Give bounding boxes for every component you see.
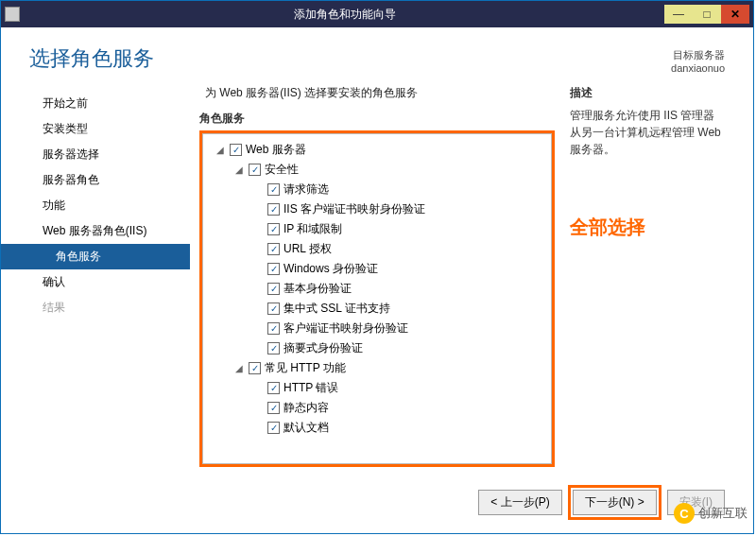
node-label: 客户端证书映射身份验证 <box>284 320 408 337</box>
node-label: Web 服务器 <box>246 142 306 158</box>
target-server-label: 目标服务器 <box>671 48 725 61</box>
tree-node[interactable]: HTTP 错误 <box>207 378 547 398</box>
node-label: 请求筛选 <box>284 182 329 198</box>
node-label: 默认文档 <box>284 420 329 436</box>
tree-node[interactable]: 客户端证书映射身份验证 <box>207 319 547 338</box>
tree-node[interactable]: 默认文档 <box>207 418 547 438</box>
target-server-name: danxiaonuo <box>671 61 725 75</box>
tree-node[interactable]: ◢常见 HTTP 功能 <box>207 358 547 378</box>
expander-icon[interactable]: ◢ <box>233 363 245 373</box>
checkbox[interactable] <box>267 263 280 275</box>
sidebar-item-role-services[interactable]: 角色服务 <box>1 244 190 269</box>
checkbox[interactable] <box>267 223 280 235</box>
window-title: 添加角色和功能向导 <box>26 7 664 23</box>
node-label: URL 授权 <box>284 241 332 257</box>
sidebar: 开始之前 安装类型 服务器选择 服务器角色 功能 Web 服务器角色(IIS) … <box>1 85 190 467</box>
tree-node[interactable]: 静态内容 <box>207 398 547 418</box>
description-label: 描述 <box>570 85 725 101</box>
tree-label: 角色服务 <box>199 111 555 127</box>
app-icon <box>5 7 20 22</box>
highlight-annotation-box: ◢Web 服务器◢安全性请求筛选IIS 客户端证书映射身份验证IP 和域限制UR… <box>199 130 555 467</box>
sidebar-item-installation-type[interactable]: 安装类型 <box>1 116 190 142</box>
expander-icon[interactable]: ◢ <box>233 164 245 175</box>
watermark-text: 创新互联 <box>698 505 747 522</box>
watermark-icon: C <box>674 503 695 524</box>
description-text: 管理服务允许使用 IIS 管理器从另一台计算机远程管理 Web 服务器。 <box>570 107 725 158</box>
node-label: 安全性 <box>265 162 299 178</box>
node-label: Windows 身份验证 <box>284 261 378 277</box>
page-title: 选择角色服务 <box>29 44 154 73</box>
tree-node[interactable]: ◢安全性 <box>207 160 547 180</box>
role-services-tree[interactable]: ◢Web 服务器◢安全性请求筛选IIS 客户端证书映射身份验证IP 和域限制UR… <box>202 133 552 464</box>
tree-node[interactable]: Windows 身份验证 <box>207 259 547 279</box>
sidebar-item-results: 结果 <box>1 295 190 320</box>
checkbox[interactable] <box>267 203 280 216</box>
tree-node[interactable]: IIS 客户端证书映射身份验证 <box>207 199 547 219</box>
node-label: IIS 客户端证书映射身份验证 <box>284 201 425 217</box>
instructions-text: 为 Web 服务器(IIS) 选择要安装的角色服务 <box>199 85 555 101</box>
checkbox[interactable] <box>267 382 280 394</box>
previous-button[interactable]: < 上一步(P) <box>478 490 561 515</box>
annotation-select-all: 全部选择 <box>570 215 725 240</box>
expander-icon[interactable]: ◢ <box>215 145 226 155</box>
node-label: HTTP 错误 <box>284 380 338 396</box>
node-label: 常见 HTTP 功能 <box>265 360 346 376</box>
checkbox[interactable] <box>267 402 280 414</box>
next-button-highlight: 下一步(N) > <box>568 485 662 520</box>
description-panel: 描述 管理服务允许使用 IIS 管理器从另一台计算机远程管理 Web 服务器。 … <box>555 85 725 467</box>
checkbox[interactable] <box>267 183 280 196</box>
checkbox[interactable] <box>267 283 280 295</box>
sidebar-item-server-roles[interactable]: 服务器角色 <box>1 167 190 193</box>
tree-node[interactable]: ◢Web 服务器 <box>207 140 547 160</box>
checkbox[interactable] <box>267 422 280 434</box>
sidebar-item-confirmation[interactable]: 确认 <box>1 269 190 295</box>
next-button[interactable]: 下一步(N) > <box>573 490 657 515</box>
server-info: 目标服务器 danxiaonuo <box>671 48 725 76</box>
node-label: IP 和域限制 <box>284 221 342 237</box>
tree-node[interactable]: URL 授权 <box>207 239 547 259</box>
tree-node[interactable]: 请求筛选 <box>207 180 547 199</box>
checkbox[interactable] <box>267 342 280 354</box>
checkbox[interactable] <box>230 144 242 156</box>
checkbox[interactable] <box>267 303 280 315</box>
node-label: 摘要式身份验证 <box>284 340 363 356</box>
tree-node[interactable]: 摘要式身份验证 <box>207 338 547 358</box>
sidebar-item-server-selection[interactable]: 服务器选择 <box>1 142 190 167</box>
checkbox[interactable] <box>267 322 280 335</box>
sidebar-item-web-server-iis[interactable]: Web 服务器角色(IIS) <box>1 218 190 244</box>
checkbox[interactable] <box>249 362 261 374</box>
close-button[interactable]: ✕ <box>721 5 749 24</box>
minimize-button[interactable]: — <box>664 5 693 24</box>
tree-node[interactable]: 基本身份验证 <box>207 279 547 299</box>
watermark: C 创新互联 <box>674 503 747 524</box>
titlebar: 添加角色和功能向导 — □ ✕ <box>1 1 753 27</box>
checkbox[interactable] <box>267 243 280 255</box>
tree-node[interactable]: IP 和域限制 <box>207 219 547 239</box>
sidebar-item-features[interactable]: 功能 <box>1 193 190 218</box>
tree-node[interactable]: 集中式 SSL 证书支持 <box>207 299 547 319</box>
node-label: 基本身份验证 <box>284 281 352 297</box>
node-label: 集中式 SSL 证书支持 <box>284 301 390 317</box>
node-label: 静态内容 <box>284 400 329 416</box>
sidebar-item-before-you-begin[interactable]: 开始之前 <box>1 91 190 116</box>
maximize-button[interactable]: □ <box>693 5 721 24</box>
checkbox[interactable] <box>249 164 261 176</box>
